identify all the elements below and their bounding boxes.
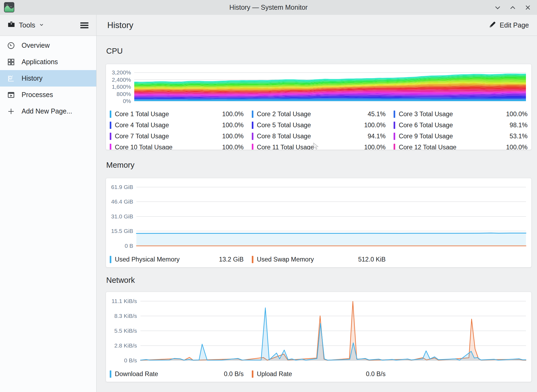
series-color-marker: [110, 122, 111, 129]
legend-label: Core 12 Total Usage: [399, 144, 506, 150]
content-area: CPU 3,200% 2,400% 1,600% 800% 0% Core 1 …: [97, 36, 537, 392]
series-color-marker: [252, 370, 253, 378]
edit-page-button[interactable]: Edit Page: [489, 15, 529, 36]
sidebar-item-label: Applications: [22, 58, 58, 66]
gauge-icon: [7, 41, 15, 50]
cpu-ytick: 3,200%: [106, 70, 131, 75]
legend-label: Upload Rate: [257, 370, 366, 378]
legend-label: Core 9 Total Usage: [399, 133, 510, 140]
section-title-cpu: CPU: [106, 47, 123, 56]
legend-item: Core 11 Total Usage100.0%: [252, 142, 386, 150]
menu-toggle-button[interactable]: [80, 15, 89, 36]
series-color-marker: [110, 144, 111, 150]
legend-label: Used Physical Memory: [115, 256, 219, 263]
legend-item: Core 10 Total Usage100.0%: [110, 142, 244, 150]
legend-item: Core 9 Total Usage53.1%: [394, 131, 528, 142]
sidebar-item-history[interactable]: History: [0, 70, 96, 87]
cpu-history-card: 3,200% 2,400% 1,600% 800% 0% Core 1 Tota…: [106, 64, 532, 150]
legend-value: 0.0 B/s: [224, 370, 244, 378]
series-color-marker: [110, 111, 111, 118]
legend-value: 94.1%: [368, 133, 386, 140]
legend-value: 512.0 KiB: [358, 256, 385, 263]
legend-item: Used Physical Memory13.2 GiB: [110, 254, 244, 265]
legend-label: Core 2 Total Usage: [257, 111, 368, 118]
series-color-marker: [394, 133, 395, 140]
network-ytick: 2.8 KiB/s: [106, 343, 137, 349]
legend-item: Core 6 Total Usage98.1%: [394, 120, 528, 131]
legend-label: Core 7 Total Usage: [115, 133, 222, 140]
legend-item: Used Swap Memory512.0 KiB: [252, 254, 386, 265]
cpu-ytick: 1,600%: [106, 84, 131, 90]
legend-item: Core 8 Total Usage94.1%: [252, 131, 386, 142]
page-title: History: [107, 15, 133, 36]
legend-item: Download Rate0.0 B/s: [110, 369, 244, 380]
series-color-marker: [252, 256, 253, 263]
sidebar-item-add-new-page[interactable]: Add New Page...: [0, 103, 96, 119]
cpu-ytick: 800%: [106, 91, 131, 97]
tools-menu-button[interactable]: Tools: [7, 15, 44, 36]
legend-value: 98.1%: [510, 122, 528, 129]
toolbox-icon: [7, 20, 15, 30]
memory-ytick: 0 B: [106, 243, 133, 249]
maximize-button[interactable]: [509, 4, 517, 11]
series-color-marker: [394, 122, 395, 129]
sidebar-header: Tools: [0, 15, 97, 36]
legend-value: 100.0%: [222, 111, 244, 118]
legend-value: 53.1%: [510, 133, 528, 140]
plus-icon: [7, 107, 15, 116]
pencil-icon: [489, 21, 496, 30]
sidebar: Overview Applications History: [0, 36, 97, 392]
legend-item: Core 2 Total Usage45.1%: [252, 109, 386, 120]
legend-item: Upload Rate0.0 B/s: [252, 369, 386, 380]
header: Tools History Edit Page: [0, 15, 537, 36]
sidebar-item-overview[interactable]: Overview: [0, 37, 96, 54]
legend-item: Core 12 Total Usage100.0%: [394, 142, 528, 150]
memory-ytick: 15.5 GiB: [106, 228, 133, 234]
series-color-marker: [110, 133, 111, 140]
series-color-marker: [252, 111, 253, 118]
close-button[interactable]: [524, 4, 532, 11]
legend-value: 100.0%: [222, 122, 244, 129]
legend-label: Core 11 Total Usage: [257, 144, 364, 150]
network-history-card: 11.1 KiB/s 8.3 KiB/s 5.5 KiB/s 2.8 KiB/s…: [106, 292, 532, 382]
tools-label: Tools: [19, 21, 35, 29]
legend-label: Core 4 Total Usage: [115, 122, 222, 129]
series-color-marker: [110, 370, 111, 378]
series-color-marker: [394, 111, 395, 118]
legend-item: Core 3 Total Usage100.0%: [394, 109, 528, 120]
legend-value: 100.0%: [364, 122, 386, 129]
cpu-ytick: 0%: [106, 98, 131, 104]
legend-label: Core 1 Total Usage: [115, 111, 222, 118]
sidebar-item-applications[interactable]: Applications: [0, 54, 96, 70]
legend-value: 0.0 B/s: [366, 370, 385, 378]
line-chart-icon: [7, 74, 15, 83]
sidebar-item-label: Add New Page...: [22, 107, 72, 115]
legend-value: 100.0%: [506, 144, 528, 150]
legend-item: Core 5 Total Usage100.0%: [252, 120, 386, 131]
titlebar[interactable]: History — System Monitor: [0, 0, 537, 15]
legend-label: Download Rate: [115, 370, 224, 378]
minimize-button[interactable]: [494, 4, 501, 11]
grid-icon: [7, 58, 15, 66]
memory-history-card: 61.9 GiB 46.4 GiB 31.0 GiB 15.5 GiB 0 B …: [106, 178, 532, 267]
section-title-memory: Memory: [106, 161, 135, 170]
legend-label: Core 10 Total Usage: [115, 144, 222, 150]
legend-value: 45.1%: [368, 111, 386, 118]
sidebar-item-label: History: [22, 74, 43, 82]
series-color-marker: [394, 144, 395, 150]
network-ytick: 0 B/s: [106, 357, 137, 363]
legend-item: Core 7 Total Usage100.0%: [110, 131, 244, 142]
legend-label: Used Swap Memory: [257, 256, 358, 263]
legend-label: Core 3 Total Usage: [399, 111, 506, 118]
page-header: History Edit Page: [97, 15, 537, 36]
chevron-down-icon: [39, 21, 44, 29]
memory-ytick: 61.9 GiB: [106, 184, 133, 190]
sidebar-item-label: Overview: [22, 42, 50, 49]
cpu-legend: Core 1 Total Usage100.0% Core 2 Total Us…: [110, 109, 528, 150]
legend-item: Core 1 Total Usage100.0%: [110, 109, 244, 120]
network-legend: Download Rate0.0 B/s Upload Rate0.0 B/s: [110, 369, 528, 380]
window-controls: [494, 0, 532, 15]
sidebar-item-label: Processes: [22, 91, 53, 99]
sidebar-item-processes[interactable]: Processes: [0, 87, 96, 103]
legend-value: 13.2 GiB: [219, 256, 243, 263]
